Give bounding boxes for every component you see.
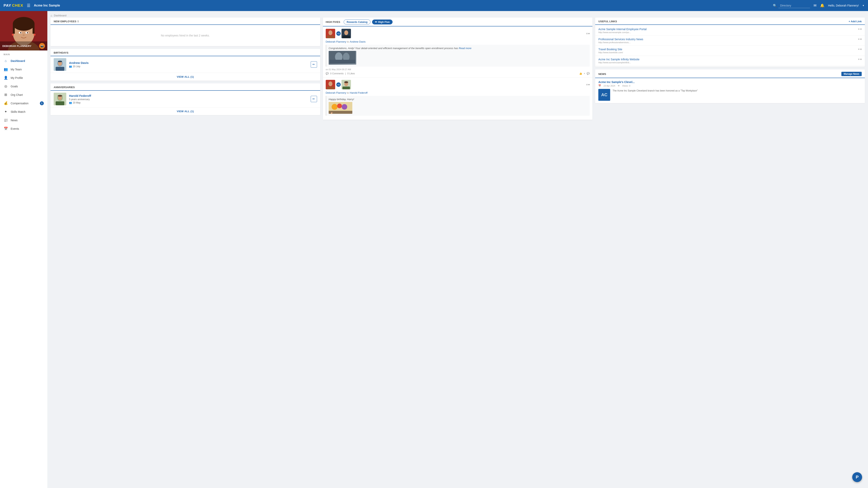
user-dropdown-icon[interactable]: ▼ <box>862 4 864 7</box>
useful-link-1-title[interactable]: Acme Sample Internal Employee Portal <box>598 28 856 31</box>
anniversary-date-icon: 👥 <box>69 101 72 104</box>
message-icon[interactable]: ✉ <box>813 3 816 8</box>
dashboard-columns: NEW EMPLOYEES ℹ No employees hired in th… <box>51 18 865 120</box>
hf-post-1-comments: 0 Comments <box>330 72 344 75</box>
news-item-1-meta: 📅 23 Apr 2024 👁 Views: 0 <box>598 85 862 87</box>
sidebar-item-news[interactable]: 📰 News <box>0 116 48 124</box>
anniversary-person-info: Harold Federoff 5 years anniversary 👥 20… <box>69 94 308 104</box>
anniversaries-view-all[interactable]: VIEW ALL (1) <box>51 107 320 115</box>
hf-post-2-to[interactable]: Harold Federoff <box>350 91 368 94</box>
hf-post-1-read-more[interactable]: Read more <box>459 47 471 50</box>
birthdays-view-all[interactable]: VIEW ALL (1) <box>51 73 320 80</box>
useful-link-1-menu-button[interactable]: ≡ ▾ <box>858 28 862 31</box>
floating-paychex-button[interactable]: P <box>852 472 862 482</box>
useful-link-4-title[interactable]: Acme Inc Sample Infinity Website <box>598 58 856 61</box>
profile-name: DEBORAH FLANNERY <box>2 44 32 47</box>
manage-news-button[interactable]: Manage News <box>841 72 862 76</box>
svg-rect-6 <box>33 24 34 34</box>
org-chart-icon: ⊞ <box>4 93 8 97</box>
useful-link-3-title[interactable]: Travel Booking Site <box>598 48 856 51</box>
hf-post-1-plus-badge: +1 <box>336 31 341 36</box>
hf-post-1-from-to: Deborah Flannery to Andrew Davis <box>326 40 590 43</box>
news-excerpt: The Acme Inc Sample Cleveland branch has… <box>613 89 698 101</box>
svg-point-42 <box>332 104 338 110</box>
sidebar-item-goals[interactable]: ◎ Goals <box>0 82 48 91</box>
svg-rect-36 <box>327 87 334 89</box>
main-layout: DEBORAH FLANNERY 📷 MAIN ⌂ Dashboard 👥 My… <box>0 11 868 488</box>
dashboard-icon: ⌂ <box>4 59 8 63</box>
hf-post-1-header: +1 ≡ <box>326 29 590 38</box>
svg-rect-33 <box>330 60 355 64</box>
news-item-1-title[interactable]: Acme Inc Sample's Clevel... <box>598 80 862 84</box>
hf-post-2-from[interactable]: Deborah Flannery <box>326 91 346 94</box>
useful-links-scroll: Acme Sample Internal Employee Portal htt… <box>595 25 865 67</box>
high-fives-tabs: Rewards Catalog ✏ High Five <box>344 20 393 25</box>
svg-point-40 <box>344 81 348 83</box>
hf-comment-button[interactable]: 💬 <box>587 72 590 75</box>
hf-like-button[interactable]: 👍 <box>579 72 582 75</box>
hf-plus-button[interactable]: + <box>584 72 585 75</box>
hf-post-2-from-to: Deborah Flannery to Harold Federoff <box>326 91 590 94</box>
hf-post-1-image-inner <box>329 51 356 65</box>
useful-link-3-info: Travel Booking Site http://www.travelsit… <box>598 48 856 54</box>
events-icon: 📅 <box>4 127 8 131</box>
search-bar[interactable]: 🔍 <box>773 3 810 8</box>
add-link-button[interactable]: + Add Link <box>849 20 862 23</box>
useful-link-4-chevron-icon: ▾ <box>860 58 862 61</box>
right-column: USEFUL LINKS + Add Link Acme Sample Inte… <box>595 18 865 120</box>
birthday-action-button[interactable]: ✏ <box>311 61 317 68</box>
sidebar-item-my-profile[interactable]: 👤 My Profile <box>0 73 48 82</box>
sidebar-item-compensation[interactable]: 💰 Compensation 1 <box>0 99 48 107</box>
useful-link-4-menu-button[interactable]: ≡ ▾ <box>858 58 862 61</box>
hf-post-2-sender-avatar <box>326 80 335 89</box>
news-header: NEWS Manage News <box>595 69 865 78</box>
anniversary-person-row: Harold Federoff 5 years anniversary 👥 20… <box>51 91 320 107</box>
sidebar-item-dashboard[interactable]: ⌂ Dashboard <box>0 57 48 65</box>
hf-post-2-chevron-icon: ▾ <box>588 83 590 86</box>
useful-link-3-chevron-icon: ▾ <box>860 48 862 51</box>
logo-pay: PAY <box>4 3 11 8</box>
svg-point-13 <box>34 34 35 36</box>
high-fives-header: HIGH FIVES Rewards Catalog ✏ High Five <box>323 18 593 26</box>
birthdays-card: BIRTHDAYS <box>51 49 320 80</box>
useful-links-title: USEFUL LINKS <box>598 20 617 23</box>
hf-to-label: to <box>347 40 349 43</box>
menu-hamburger-icon[interactable]: ☰ <box>27 3 30 8</box>
hf-post-1-from[interactable]: Deborah Flannery <box>326 40 346 43</box>
hf-post-2-message-text: Happy birthday, Harry! <box>329 98 354 101</box>
svg-point-11 <box>23 34 25 36</box>
hf-post-1-to[interactable]: Andrew Davis <box>350 40 366 43</box>
sidebar-item-org-chart[interactable]: ⊞ Org Chart <box>0 91 48 99</box>
useful-link-3-menu-button[interactable]: ≡ ▾ <box>858 48 862 51</box>
svg-point-12 <box>12 34 14 36</box>
sidebar-item-skills-match[interactable]: ✦ Skills Match <box>0 107 48 116</box>
svg-point-25 <box>329 30 332 35</box>
profile-name-bar: DEBORAH FLANNERY 📷 <box>0 41 48 51</box>
birthday-date-icon: 👥 <box>69 65 72 68</box>
useful-links-card: USEFUL LINKS + Add Link Acme Sample Inte… <box>595 18 865 67</box>
svg-rect-18 <box>58 61 62 62</box>
birthdays-header: BIRTHDAYS <box>51 49 320 56</box>
useful-link-2-menu-button[interactable]: ≡ ▾ <box>858 38 862 41</box>
notification-bell-icon[interactable]: 🔔 <box>820 3 825 8</box>
hf-post-2-menu-button[interactable]: ≡ ▾ <box>586 83 590 86</box>
camera-button[interactable]: 📷 <box>39 43 45 49</box>
useful-link-2-title[interactable]: Professional Services Industry News <box>598 38 856 41</box>
user-greeting[interactable]: Hello, Deborah Flannery! <box>828 4 859 7</box>
rewards-catalog-tab[interactable]: Rewards Catalog <box>344 20 370 25</box>
sidebar-item-events[interactable]: 📅 Events <box>0 124 48 133</box>
svg-rect-39 <box>342 87 350 89</box>
useful-link-3-url: http://www.travelsite.com/ <box>598 51 856 54</box>
anniversaries-title: ANNIVERSARIES <box>54 86 75 89</box>
anniversary-action-button[interactable]: ✏ <box>311 96 317 102</box>
birthday-person-date: 👥 20 July <box>69 65 308 68</box>
top-navigation: PAYCHEX ☰ Acme Inc Sample 🔍 ✉ 🔔 Hello, D… <box>0 0 868 11</box>
hf-post-1-menu-button[interactable]: ≡ ▾ <box>586 32 590 35</box>
sidebar-item-my-team[interactable]: 👥 My Team <box>0 65 48 73</box>
search-input[interactable] <box>778 3 810 8</box>
high-five-tab[interactable]: ✏ High Five <box>372 20 393 25</box>
anniversary-person-name: Harold Federoff <box>69 94 308 97</box>
middle-column: HIGH FIVES Rewards Catalog ✏ High Five <box>323 18 593 120</box>
skills-match-icon: ✦ <box>4 110 8 114</box>
hf-post-1-message: Congratulations, Andy! Your detail-orien… <box>326 45 590 67</box>
